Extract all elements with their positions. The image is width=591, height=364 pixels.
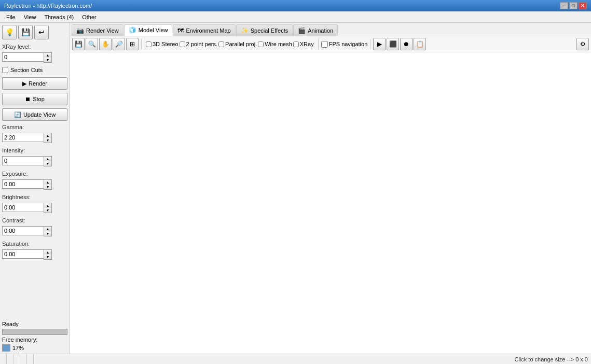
toolbar-separator-1 xyxy=(141,39,142,49)
fps-navigation-checkbox[interactable] xyxy=(321,41,328,48)
saturation-input[interactable] xyxy=(2,249,44,259)
saturation-up[interactable]: ▲ xyxy=(44,250,51,255)
toolbar-orbit-btn[interactable]: 🔍 xyxy=(86,38,98,50)
checkbox-wire-mesh[interactable] xyxy=(258,41,264,47)
intensity-spinner-btns: ▲ ▼ xyxy=(44,156,52,166)
status-size-info: Click to change size --> 0 x 0 xyxy=(511,354,591,364)
gamma-up[interactable]: ▲ xyxy=(44,133,51,138)
checkbox-xray-label[interactable]: XRay xyxy=(293,41,314,47)
exposure-down[interactable]: ▼ xyxy=(44,185,51,189)
memory-color-indicator xyxy=(2,344,10,352)
sidebar: 💡 💾 ↩ XRay level: ▲ ▼ Section Cuts ▶ Ren… xyxy=(0,23,70,354)
brightness-up[interactable]: ▲ xyxy=(44,203,51,208)
model-view-icon: 🧊 xyxy=(129,26,136,34)
toolbar-zoom-btn[interactable]: 🔎 xyxy=(113,38,125,50)
stop-button[interactable]: ⏹ Stop xyxy=(2,93,67,105)
checkbox-xray[interactable] xyxy=(293,41,299,47)
contrast-up[interactable]: ▲ xyxy=(44,227,51,231)
menu-threads[interactable]: Threads (4) xyxy=(40,11,78,22)
checkbox-2point-pers-label[interactable]: 2 point pers. xyxy=(180,41,218,47)
checkbox-parallel-proj-label[interactable]: Parallel proj. xyxy=(218,41,257,47)
render-view-icon: 📷 xyxy=(76,27,84,34)
tab-render-view[interactable]: 📷 Render View xyxy=(72,24,123,36)
xray-level-up[interactable]: ▲ xyxy=(44,53,51,58)
contrast-input[interactable] xyxy=(2,226,44,235)
render-icon: ▶ xyxy=(22,80,26,87)
menu-view[interactable]: View xyxy=(20,11,40,22)
intensity-input[interactable] xyxy=(2,156,44,165)
status-segment-3 xyxy=(13,354,20,364)
render-button[interactable]: ▶ Render xyxy=(2,77,67,90)
sidebar-icon-btn-3[interactable]: ↩ xyxy=(34,25,49,39)
xray-level-spinner: ▲ ▼ xyxy=(2,52,67,63)
checkbox-2point-pers-text: 2 point pers. xyxy=(186,41,218,47)
toolbar-play-btn[interactable]: ▶ xyxy=(373,38,386,50)
update-view-button[interactable]: 🔄 Update View xyxy=(2,108,67,121)
intensity-spinner: ▲ ▼ xyxy=(2,156,67,166)
toolbar-record-btn[interactable]: ⏺ xyxy=(400,38,413,50)
gamma-input[interactable] xyxy=(2,133,44,142)
checkbox-2point-pers[interactable] xyxy=(180,41,185,47)
stop-icon: ⏹ xyxy=(25,96,31,102)
close-button[interactable]: ✕ xyxy=(579,2,587,9)
memory-display: 17% xyxy=(2,344,67,352)
toolbar-settings-btn[interactable]: ⚙ xyxy=(576,38,589,50)
xray-level-input[interactable] xyxy=(2,52,44,62)
toolbar-pan-btn[interactable]: ✋ xyxy=(99,38,112,50)
toolbar-export-btn[interactable]: 📋 xyxy=(414,38,426,50)
menu-file[interactable]: File xyxy=(2,11,20,22)
tab-model-view[interactable]: 🧊 Model View xyxy=(124,24,173,36)
tab-animation-label: Animation xyxy=(308,27,333,34)
title-bar: Raylectron - http://Raylectron.com/ ─ □ … xyxy=(0,0,591,11)
saturation-down[interactable]: ▼ xyxy=(44,255,51,259)
exposure-up[interactable]: ▲ xyxy=(44,180,51,185)
brightness-label: Brightness: xyxy=(2,194,67,200)
intensity-up[interactable]: ▲ xyxy=(44,157,51,161)
toolbar-fit-btn[interactable]: ⊞ xyxy=(126,38,139,50)
brightness-down[interactable]: ▼ xyxy=(44,208,51,213)
tab-render-view-label: Render View xyxy=(86,27,119,34)
section-cuts-checkbox[interactable] xyxy=(2,67,8,73)
exposure-spinner-btns: ▲ ▼ xyxy=(44,179,52,190)
tab-environment-map-label: Environment Map xyxy=(186,27,230,34)
contrast-label: Contrast: xyxy=(2,217,67,223)
tab-environment-map[interactable]: 🗺 Environment Map xyxy=(173,24,235,36)
maximize-button[interactable]: □ xyxy=(569,2,578,9)
checkbox-3d-stereo[interactable] xyxy=(146,41,152,47)
contrast-down[interactable]: ▼ xyxy=(44,231,51,236)
sidebar-icon-btn-2[interactable]: 💾 xyxy=(18,25,33,39)
checkbox-parallel-proj[interactable] xyxy=(218,41,224,47)
checkbox-wire-mesh-label[interactable]: Wire mesh xyxy=(258,41,292,47)
exposure-input[interactable] xyxy=(2,179,44,189)
gamma-down[interactable]: ▼ xyxy=(44,138,51,143)
status-text: Ready xyxy=(2,321,67,327)
canvas-area[interactable] xyxy=(70,52,591,354)
toolbar-stop-btn[interactable]: ⬛ xyxy=(387,38,399,50)
brightness-spinner-btns: ▲ ▼ xyxy=(44,203,52,213)
toolbar-separator-2 xyxy=(318,39,319,49)
xray-level-label: XRay level: xyxy=(2,44,67,50)
fps-navigation-label[interactable]: FPS navigation xyxy=(321,41,368,48)
brightness-spinner: ▲ ▼ xyxy=(2,203,67,213)
memory-percent: 17% xyxy=(12,345,24,351)
title-bar-text: Raylectron - http://Raylectron.com/ xyxy=(4,3,92,9)
status-segment-2 xyxy=(7,354,13,364)
contrast-spinner: ▲ ▼ xyxy=(2,226,67,236)
main-layout: 💡 💾 ↩ XRay level: ▲ ▼ Section Cuts ▶ Ren… xyxy=(0,23,591,354)
special-effects-icon: ✨ xyxy=(241,27,249,34)
xray-level-down[interactable]: ▼ xyxy=(44,58,51,62)
menu-other[interactable]: Other xyxy=(78,11,101,22)
minimize-button[interactable]: ─ xyxy=(560,2,568,9)
tab-special-effects[interactable]: ✨ Special Effects xyxy=(236,24,293,36)
tab-animation[interactable]: 🎬 Animation xyxy=(293,24,338,36)
checkbox-3d-stereo-label[interactable]: 3D Stereo xyxy=(146,41,178,47)
status-segment-1 xyxy=(0,354,7,364)
intensity-down[interactable]: ▼ xyxy=(44,161,51,166)
toolbar-save-btn[interactable]: 💾 xyxy=(72,38,85,50)
tab-special-effects-label: Special Effects xyxy=(251,27,288,34)
free-memory-label: Free memory: xyxy=(2,337,67,343)
gamma-spinner-btns: ▲ ▼ xyxy=(44,133,52,143)
exposure-spinner: ▲ ▼ xyxy=(2,179,67,190)
sidebar-icon-btn-1[interactable]: 💡 xyxy=(2,25,17,39)
brightness-input[interactable] xyxy=(2,203,44,212)
